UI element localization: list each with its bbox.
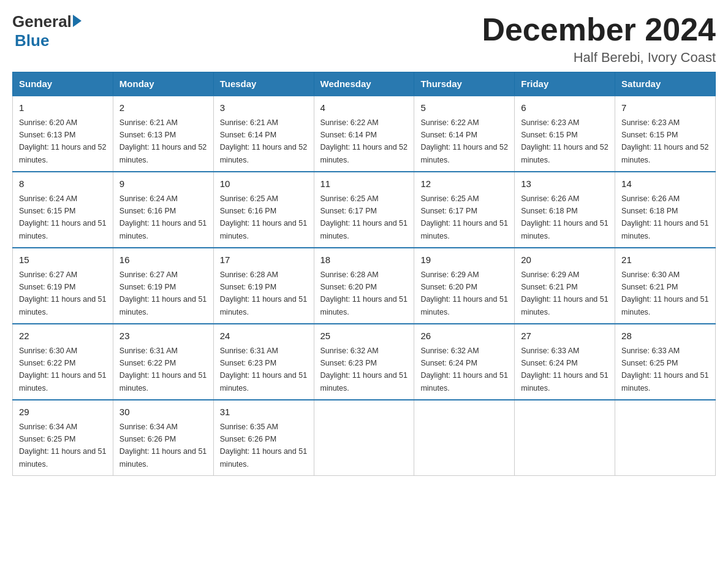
header-saturday: Saturday bbox=[615, 72, 716, 96]
table-cell: 12 Sunrise: 6:25 AMSunset: 6:17 PMDaylig… bbox=[414, 172, 515, 248]
day-info: Sunrise: 6:33 AMSunset: 6:24 PMDaylight:… bbox=[521, 347, 608, 393]
day-number: 26 bbox=[420, 329, 508, 343]
day-info: Sunrise: 6:28 AMSunset: 6:19 PMDaylight:… bbox=[220, 270, 307, 316]
day-number: 27 bbox=[521, 329, 609, 343]
day-number: 6 bbox=[521, 101, 609, 115]
week-row-2: 8 Sunrise: 6:24 AMSunset: 6:15 PMDayligh… bbox=[13, 172, 716, 248]
logo-general-text: General bbox=[12, 12, 72, 31]
day-info: Sunrise: 6:31 AMSunset: 6:23 PMDaylight:… bbox=[220, 347, 307, 393]
day-number: 4 bbox=[320, 101, 408, 115]
table-cell: 25 Sunrise: 6:32 AMSunset: 6:23 PMDaylig… bbox=[314, 324, 414, 400]
table-cell bbox=[414, 400, 515, 476]
table-cell: 30 Sunrise: 6:34 AMSunset: 6:26 PMDaylig… bbox=[113, 400, 213, 476]
day-info: Sunrise: 6:34 AMSunset: 6:26 PMDaylight:… bbox=[119, 423, 207, 469]
header-row: SundayMondayTuesdayWednesdayThursdayFrid… bbox=[13, 72, 716, 96]
day-info: Sunrise: 6:33 AMSunset: 6:25 PMDaylight:… bbox=[621, 347, 708, 393]
day-number: 22 bbox=[19, 329, 107, 343]
day-info: Sunrise: 6:23 AMSunset: 6:15 PMDaylight:… bbox=[521, 118, 608, 164]
header-tuesday: Tuesday bbox=[213, 72, 314, 96]
day-number: 13 bbox=[521, 177, 609, 191]
day-number: 30 bbox=[119, 405, 207, 419]
day-number: 7 bbox=[621, 101, 709, 115]
day-info: Sunrise: 6:27 AMSunset: 6:19 PMDaylight:… bbox=[19, 270, 106, 316]
day-info: Sunrise: 6:28 AMSunset: 6:20 PMDaylight:… bbox=[320, 270, 408, 316]
table-cell: 19 Sunrise: 6:29 AMSunset: 6:20 PMDaylig… bbox=[414, 248, 515, 324]
table-cell: 18 Sunrise: 6:28 AMSunset: 6:20 PMDaylig… bbox=[314, 248, 414, 324]
table-cell: 5 Sunrise: 6:22 AMSunset: 6:14 PMDayligh… bbox=[414, 96, 515, 172]
table-cell: 13 Sunrise: 6:26 AMSunset: 6:18 PMDaylig… bbox=[515, 172, 615, 248]
logo-blue-text: Blue bbox=[15, 31, 49, 50]
table-cell: 28 Sunrise: 6:33 AMSunset: 6:25 PMDaylig… bbox=[615, 324, 716, 400]
logo: General Blue bbox=[12, 12, 82, 50]
header-thursday: Thursday bbox=[414, 72, 515, 96]
day-info: Sunrise: 6:22 AMSunset: 6:14 PMDaylight:… bbox=[320, 118, 408, 164]
week-row-1: 1 Sunrise: 6:20 AMSunset: 6:13 PMDayligh… bbox=[13, 96, 716, 172]
day-info: Sunrise: 6:32 AMSunset: 6:23 PMDaylight:… bbox=[320, 347, 408, 393]
day-info: Sunrise: 6:30 AMSunset: 6:21 PMDaylight:… bbox=[621, 270, 708, 316]
week-row-4: 22 Sunrise: 6:30 AMSunset: 6:22 PMDaylig… bbox=[13, 324, 716, 400]
day-number: 31 bbox=[220, 405, 308, 419]
header-monday: Monday bbox=[113, 72, 213, 96]
table-cell: 29 Sunrise: 6:34 AMSunset: 6:25 PMDaylig… bbox=[13, 400, 113, 476]
table-cell: 27 Sunrise: 6:33 AMSunset: 6:24 PMDaylig… bbox=[515, 324, 615, 400]
day-number: 12 bbox=[420, 177, 508, 191]
table-cell bbox=[314, 400, 414, 476]
day-info: Sunrise: 6:26 AMSunset: 6:18 PMDaylight:… bbox=[521, 194, 608, 240]
day-number: 18 bbox=[320, 253, 408, 267]
table-cell: 14 Sunrise: 6:26 AMSunset: 6:18 PMDaylig… bbox=[615, 172, 716, 248]
day-info: Sunrise: 6:25 AMSunset: 6:17 PMDaylight:… bbox=[320, 194, 408, 240]
week-row-3: 15 Sunrise: 6:27 AMSunset: 6:19 PMDaylig… bbox=[13, 248, 716, 324]
day-info: Sunrise: 6:22 AMSunset: 6:14 PMDaylight:… bbox=[420, 118, 507, 164]
day-info: Sunrise: 6:30 AMSunset: 6:22 PMDaylight:… bbox=[19, 347, 106, 393]
table-cell: 16 Sunrise: 6:27 AMSunset: 6:19 PMDaylig… bbox=[113, 248, 213, 324]
day-info: Sunrise: 6:21 AMSunset: 6:14 PMDaylight:… bbox=[220, 118, 307, 164]
table-cell bbox=[515, 400, 615, 476]
day-number: 20 bbox=[521, 253, 609, 267]
day-number: 23 bbox=[119, 329, 207, 343]
day-number: 28 bbox=[621, 329, 709, 343]
table-cell: 3 Sunrise: 6:21 AMSunset: 6:14 PMDayligh… bbox=[213, 96, 314, 172]
day-number: 15 bbox=[19, 253, 107, 267]
day-number: 5 bbox=[420, 101, 508, 115]
day-number: 10 bbox=[220, 177, 308, 191]
day-info: Sunrise: 6:24 AMSunset: 6:15 PMDaylight:… bbox=[19, 194, 106, 240]
day-number: 29 bbox=[19, 405, 107, 419]
day-number: 25 bbox=[320, 329, 408, 343]
table-cell: 11 Sunrise: 6:25 AMSunset: 6:17 PMDaylig… bbox=[314, 172, 414, 248]
day-info: Sunrise: 6:20 AMSunset: 6:13 PMDaylight:… bbox=[19, 118, 106, 164]
day-info: Sunrise: 6:34 AMSunset: 6:25 PMDaylight:… bbox=[19, 423, 106, 469]
day-info: Sunrise: 6:35 AMSunset: 6:26 PMDaylight:… bbox=[220, 423, 307, 469]
day-info: Sunrise: 6:25 AMSunset: 6:16 PMDaylight:… bbox=[220, 194, 307, 240]
day-number: 17 bbox=[220, 253, 308, 267]
header-sunday: Sunday bbox=[13, 72, 113, 96]
day-number: 9 bbox=[119, 177, 207, 191]
week-row-5: 29 Sunrise: 6:34 AMSunset: 6:25 PMDaylig… bbox=[13, 400, 716, 476]
header-friday: Friday bbox=[515, 72, 615, 96]
table-cell: 15 Sunrise: 6:27 AMSunset: 6:19 PMDaylig… bbox=[13, 248, 113, 324]
day-info: Sunrise: 6:24 AMSunset: 6:16 PMDaylight:… bbox=[119, 194, 207, 240]
day-number: 21 bbox=[621, 253, 709, 267]
day-info: Sunrise: 6:29 AMSunset: 6:21 PMDaylight:… bbox=[521, 270, 608, 316]
table-cell: 7 Sunrise: 6:23 AMSunset: 6:15 PMDayligh… bbox=[615, 96, 716, 172]
table-cell bbox=[615, 400, 716, 476]
table-cell: 26 Sunrise: 6:32 AMSunset: 6:24 PMDaylig… bbox=[414, 324, 515, 400]
month-title: December 2024 bbox=[482, 12, 716, 47]
day-info: Sunrise: 6:23 AMSunset: 6:15 PMDaylight:… bbox=[621, 118, 708, 164]
day-number: 19 bbox=[420, 253, 508, 267]
table-cell: 6 Sunrise: 6:23 AMSunset: 6:15 PMDayligh… bbox=[515, 96, 615, 172]
table-cell: 10 Sunrise: 6:25 AMSunset: 6:16 PMDaylig… bbox=[213, 172, 314, 248]
table-cell: 9 Sunrise: 6:24 AMSunset: 6:16 PMDayligh… bbox=[113, 172, 213, 248]
table-cell: 23 Sunrise: 6:31 AMSunset: 6:22 PMDaylig… bbox=[113, 324, 213, 400]
table-cell: 1 Sunrise: 6:20 AMSunset: 6:13 PMDayligh… bbox=[13, 96, 113, 172]
day-number: 16 bbox=[119, 253, 207, 267]
title-section: December 2024 Half Berebi, Ivory Coast bbox=[482, 12, 716, 66]
day-info: Sunrise: 6:25 AMSunset: 6:17 PMDaylight:… bbox=[420, 194, 507, 240]
day-info: Sunrise: 6:26 AMSunset: 6:18 PMDaylight:… bbox=[621, 194, 708, 240]
calendar-table: SundayMondayTuesdayWednesdayThursdayFrid… bbox=[12, 72, 716, 476]
location-title: Half Berebi, Ivory Coast bbox=[482, 50, 716, 66]
day-info: Sunrise: 6:31 AMSunset: 6:22 PMDaylight:… bbox=[119, 347, 207, 393]
day-info: Sunrise: 6:29 AMSunset: 6:20 PMDaylight:… bbox=[420, 270, 507, 316]
page-header: General Blue December 2024 Half Berebi, … bbox=[12, 12, 716, 66]
day-number: 3 bbox=[220, 101, 308, 115]
header-wednesday: Wednesday bbox=[314, 72, 414, 96]
